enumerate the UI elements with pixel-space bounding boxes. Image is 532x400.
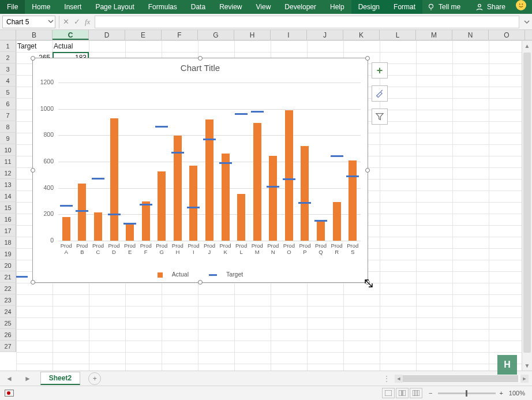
bar-actual[interactable] [269,156,277,241]
marker-target[interactable] [108,214,121,215]
marker-target[interactable] [203,139,216,140]
bar-actual[interactable] [189,166,197,241]
scrollbar-thumb[interactable] [523,53,531,353]
bar-actual[interactable] [62,217,70,241]
row-header[interactable]: 18 [0,237,16,248]
bar-actual[interactable] [237,194,245,241]
col-header[interactable]: O [489,30,525,40]
tab-split-handle-icon[interactable]: ⋮ [383,375,390,383]
row-header[interactable]: 22 [0,283,16,294]
resize-handle[interactable] [31,168,35,173]
expand-formula-bar-icon[interactable] [522,17,532,27]
chart-styles-button[interactable] [372,85,388,102]
h-scrollbar-thumb[interactable] [403,375,518,382]
row-header[interactable]: 23 [0,294,16,306]
scroll-up-icon[interactable]: ▲ [522,41,532,51]
row-header[interactable]: 8 [0,121,16,133]
tab-help[interactable]: Help [323,0,351,14]
tab-formulas[interactable]: Formulas [141,0,184,14]
tab-design[interactable]: Design [351,0,387,14]
chart-title[interactable]: Chart Title [33,58,368,74]
marker-target[interactable] [267,186,279,188]
bar-actual[interactable] [301,146,309,241]
cancel-icon[interactable]: ✕ [63,17,69,26]
row-header[interactable]: 17 [0,225,16,237]
marker-target[interactable] [346,175,359,177]
bar-actual[interactable] [317,220,325,241]
marker-target[interactable] [155,126,168,128]
col-header[interactable]: C [53,30,89,40]
bar-actual[interactable] [126,223,134,241]
col-header[interactable]: K [343,30,380,40]
tab-review[interactable]: Review [212,0,249,14]
tab-developer[interactable]: Developer [278,0,323,14]
feedback-smiley-icon[interactable] [516,0,526,10]
view-page-break-button[interactable] [410,388,422,398]
marker-target[interactable] [123,223,136,225]
scroll-down-icon[interactable]: ▼ [522,361,532,371]
row-header[interactable]: 20 [0,260,16,271]
col-header[interactable]: J [307,30,343,40]
row-header[interactable]: 11 [0,156,16,167]
marker-target[interactable] [283,178,295,180]
col-header[interactable]: G [198,30,234,40]
bar-actual[interactable] [78,184,86,241]
name-box[interactable]: Chart 5 [2,16,55,28]
zoom-level[interactable]: 100% [509,390,525,397]
marker-target[interactable] [331,155,343,157]
col-header[interactable]: L [380,30,416,40]
marker-target[interactable] [140,204,152,205]
select-all-corner[interactable] [0,30,16,40]
resize-handle[interactable] [198,280,203,285]
scroll-left-icon[interactable]: ◄ [395,376,403,382]
sheet-nav-prev-icon[interactable]: ◄ [0,375,18,383]
fx-icon[interactable]: fx [85,17,90,27]
vertical-scrollbar[interactable]: ▲ ▼ [522,41,532,371]
view-page-layout-button[interactable] [396,388,409,398]
col-header[interactable]: E [125,30,162,40]
row-header[interactable]: 5 [0,87,16,98]
zoom-out-button[interactable]: − [429,390,432,397]
row-header[interactable]: 3 [0,63,16,75]
marker-target[interactable] [235,113,248,115]
col-header[interactable]: H [234,30,271,40]
sheet-tab-active[interactable]: Sheet2 [40,372,80,385]
zoom-in-button[interactable]: + [499,390,503,397]
formula-input[interactable] [95,16,519,28]
bar-actual[interactable] [110,118,118,241]
bar-actual[interactable] [158,171,166,241]
row-header[interactable]: 24 [0,306,16,317]
chevron-down-icon[interactable] [48,18,54,26]
worksheet-grid[interactable]: 1234567891011121314151617181920212223242… [0,40,532,372]
col-header[interactable]: D [89,30,125,40]
bar-actual[interactable] [94,212,102,241]
bar-actual[interactable] [253,123,261,241]
chart-filters-button[interactable] [372,109,388,125]
marker-target[interactable] [60,205,73,207]
row-header[interactable]: 4 [0,75,16,87]
col-header[interactable]: N [452,30,489,40]
resize-handle[interactable] [31,280,35,285]
embedded-chart[interactable]: Chart Title 020040060080010001200ProdAPr… [32,58,368,283]
view-normal-button[interactable] [382,388,395,398]
zoom-slider[interactable] [438,392,496,394]
row-header[interactable]: 12 [0,167,16,179]
chart-elements-button[interactable]: + [372,62,388,78]
bar-actual[interactable] [142,201,150,241]
tellme[interactable]: Tell me [422,0,465,14]
chart-legend[interactable]: Actual Target [33,271,368,278]
row-header[interactable]: 16 [0,214,16,225]
row-header[interactable]: 10 [0,144,16,156]
marker-target[interactable] [76,210,88,212]
row-header[interactable]: 26 [0,329,16,341]
horizontal-scrollbar[interactable]: ◄ ► [395,375,529,383]
row-header[interactable]: 15 [0,202,16,214]
macro-record-icon[interactable] [5,390,14,397]
marker-target[interactable] [187,207,200,208]
row-header[interactable]: 6 [0,98,16,110]
chart-plot-area[interactable]: 020040060080010001200ProdAProdBProdCProd… [58,83,361,241]
resize-handle[interactable] [365,168,370,173]
row-header[interactable]: 1 [0,40,16,52]
bar-actual[interactable] [333,202,341,241]
scroll-right-icon[interactable]: ► [520,376,529,382]
